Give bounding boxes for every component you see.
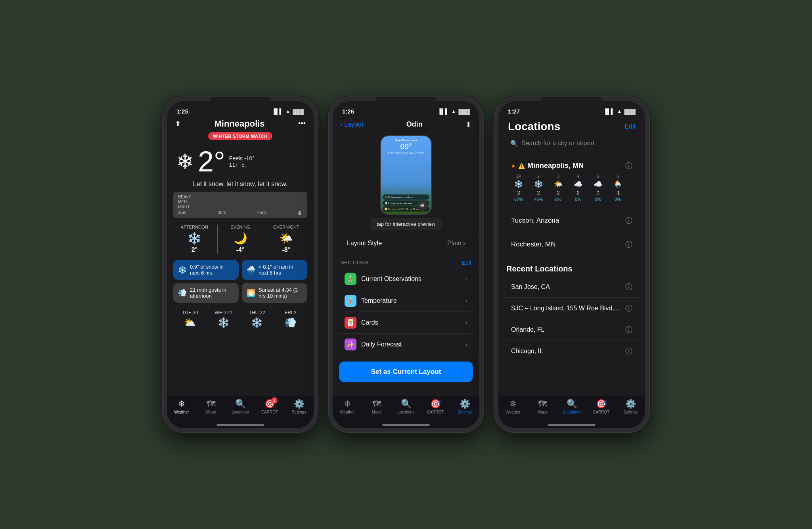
rain-card[interactable]: 🌧️ < 0.1" of rain in next 6 hrs (242, 260, 307, 280)
tab-carrot-3[interactable]: 🎯 CARROT (589, 399, 613, 414)
tab-carrot-1[interactable]: 🎯 1 CARROT (258, 399, 282, 414)
time-3: 1:27 (508, 108, 520, 115)
tab-locations-3[interactable]: 🔍 Locations (560, 399, 584, 414)
high-low: 11↑ -5↓ (229, 162, 255, 168)
precipitation-bar: HEAVY MED LIGHT 15m 30m 45m ⛄ (173, 192, 307, 218)
recent-locations-list: San Jose, CA ⓘ SJC – Long Island, 155 W … (498, 277, 645, 362)
section-chevron-daily: › (465, 341, 467, 348)
tucson-info-btn[interactable]: ⓘ (625, 216, 632, 225)
phone-2-notch (376, 97, 436, 109)
section-current-obs[interactable]: 🌡️ Current Observations › (339, 268, 473, 290)
phone-1-notch (211, 97, 270, 109)
section-name-temp: Temperature (361, 297, 461, 304)
section-chevron-temp: › (465, 298, 467, 304)
tab-weather-3[interactable]: ❄ Weather (501, 399, 525, 414)
sunset-card[interactable]: 🌅 Sunset at 4:34 (3 hrs 10 mins) (242, 283, 307, 303)
layout-style-label: Layout Style (347, 240, 382, 247)
share-icon[interactable]: ⬆ (175, 119, 181, 128)
section-icon-obs: 🌡️ (345, 273, 356, 285)
tab-maps-1[interactable]: 🗺 Maps (199, 399, 223, 414)
tab-settings-label-1: Settings (292, 410, 306, 414)
recent-orlando-info[interactable]: ⓘ (625, 325, 632, 335)
home-indicator-3 (548, 424, 596, 426)
edit-button[interactable]: Edit (624, 123, 636, 130)
snow-card[interactable]: ❄️ 0.9" of snow in next 6 hrs (173, 260, 239, 280)
tab-weather-2[interactable]: ❄ Weather (335, 399, 359, 414)
tab-maps-3[interactable]: 🗺 Maps (530, 399, 554, 414)
wed-label: WED 21 (212, 310, 236, 315)
tab-weather-label-1: Weather (174, 410, 189, 414)
tab-settings-1[interactable]: ⚙️ Settings (287, 399, 311, 414)
minneapolis-card[interactable]: ➤ ⚠️ Minneapolis, MN ⓘ 1P ❄️ 2 67% 2 (505, 156, 639, 207)
tab-locations-icon-1: 🔍 (235, 399, 246, 409)
recent-chicago-info[interactable]: ⓘ (625, 346, 632, 356)
section-cards[interactable]: 🃏 Cards › (339, 312, 473, 334)
rain-card-text: < 0.1" of rain in next 6 hrs (259, 264, 303, 276)
zoom-button[interactable]: ⊕ (417, 200, 428, 211)
tab-weather-1[interactable]: ❄ Weather (170, 399, 193, 414)
rochester-info-btn[interactable]: ⓘ (625, 240, 632, 249)
hourly-scroll: 1P ❄️ 2 67% 2 ❄️ 2 46% 3 🌤️ 2 (511, 174, 632, 202)
med-label: MED (178, 200, 190, 204)
daily-forecast: TUE 20 ⛅ WED 21 ❄️ THU 22 ❄️ FRI 2 💨 (167, 306, 314, 334)
fri-icon: 💨 (279, 317, 303, 328)
mini-temp: 69° (383, 142, 429, 151)
rochester-location[interactable]: Rochester, MN ⓘ (505, 234, 639, 255)
phone-3-screen: 1:27 ▐▌▌ ▲ ▓▓▓ Locations Edit 🔍 Search f… (498, 101, 645, 428)
mini-phone-preview[interactable]: San Francisco 69° Enjoy this sunny day. … (380, 135, 432, 215)
hour-2-temp: 2 (537, 190, 540, 196)
minneapolis-info-btn[interactable]: ⓘ (625, 161, 632, 171)
tab-settings-2[interactable]: ⚙️ Settings (453, 399, 477, 414)
hour-2-icon: ❄️ (534, 180, 543, 189)
recent-sanjose-info[interactable]: ⓘ (625, 282, 632, 292)
snowman-icon: ⛄ (297, 210, 303, 215)
hour-2-precip: 46% (534, 197, 543, 202)
period-afternoon: AFTERNOON ❄️ 2° (173, 225, 216, 254)
nav-share-icon[interactable]: ⬆ (465, 120, 471, 129)
tab-locations-2[interactable]: 🔍 Locations (394, 399, 418, 414)
tab-carrot-wrap-1: 🎯 1 (264, 399, 275, 409)
wind-card[interactable]: 💨 21 mph gusts in afternoon (173, 283, 239, 303)
tab-carrot-2[interactable]: 🎯 CARROT (423, 399, 447, 414)
tab-weather-label-3: Weather (506, 410, 521, 414)
alert-icon: ⚠️ (518, 163, 525, 169)
tab-maps-2[interactable]: 🗺 Maps (365, 399, 389, 414)
section-temperature[interactable]: 🌡️ Temperature › (339, 290, 473, 312)
time-1: 1:25 (176, 108, 188, 115)
hour-1p: 1P ❄️ 2 67% (511, 174, 526, 202)
overnight-icon: 🌤️ (265, 232, 307, 245)
home-indicator-2 (382, 424, 430, 426)
status-icons-1: ▐▌▌ ▲ ▓▓▓ (272, 108, 304, 114)
hour-6-label: 6 (617, 174, 619, 179)
hour-6-icon: 🌦️ (613, 180, 622, 189)
recent-chicago[interactable]: Chicago, IL ⓘ (505, 341, 639, 362)
hour-5-temp: 0 (596, 190, 599, 196)
thu-label: THU 22 (245, 310, 269, 315)
set-layout-button[interactable]: Set as Current Layout (339, 362, 473, 382)
hour-3-icon: 🌤️ (554, 180, 563, 189)
tab-carrot-badge-1: 1 (271, 397, 278, 404)
hour-3: 3 🌤️ 2 0% (551, 174, 566, 202)
day-fri: FRI 2 💨 (279, 310, 303, 330)
section-daily[interactable]: ✨ Daily Forecast › (339, 334, 473, 355)
sections-header: SECTIONS Edit (333, 256, 479, 268)
sections-edit-btn[interactable]: Edit (462, 260, 471, 266)
recent-sanjose[interactable]: San Jose, CA ⓘ (505, 277, 639, 298)
more-icon[interactable]: ••• (298, 119, 306, 128)
nav-back-btn[interactable]: ‹ Layout (341, 121, 363, 128)
recent-sjc-name: SJC – Long Island, 155 W Roe Blvd,... (511, 305, 619, 312)
tab-settings-3[interactable]: ⚙️ Settings (619, 399, 642, 414)
recent-sjc-info[interactable]: ⓘ (625, 304, 632, 313)
rain-card-icon: 🌧️ (247, 265, 255, 274)
search-bar[interactable]: 🔍 Search for a city or airport (505, 136, 639, 151)
recent-orlando[interactable]: Orlando, FL ⓘ (505, 319, 639, 340)
tab-settings-icon-1: ⚙️ (294, 399, 304, 409)
tucson-location[interactable]: Tucson, Arizona ⓘ (505, 210, 639, 231)
tab-settings-label-2: Settings (458, 410, 472, 414)
layout-style-row[interactable]: Layout Style Plain › (339, 234, 473, 252)
hour-1p-icon: ❄️ (514, 180, 523, 189)
tab-carrot-label-3: CARROT (593, 410, 609, 414)
weather-description: Let it snow, let it snow, let it snow. (167, 179, 314, 192)
recent-sjc[interactable]: SJC – Long Island, 155 W Roe Blvd,... ⓘ (505, 298, 639, 319)
tab-locations-1[interactable]: 🔍 Locations (228, 399, 252, 414)
